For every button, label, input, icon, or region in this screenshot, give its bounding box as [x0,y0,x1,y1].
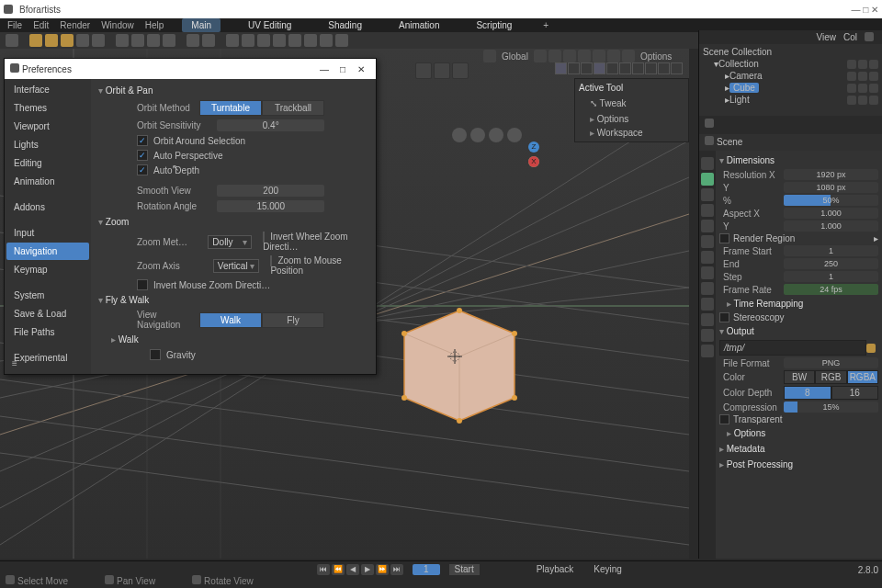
file-format-dropdown[interactable]: PNG [784,357,878,368]
ptab-material[interactable] [701,329,714,342]
depth-8-button[interactable]: 8 [784,386,831,400]
pan-icon[interactable] [470,128,485,142]
render-icon[interactable] [226,34,239,47]
ptab-scene[interactable] [701,204,714,217]
prefs-nav-filepaths[interactable]: File Paths [6,323,89,341]
prefs-nav-editing[interactable]: Editing [6,154,89,172]
mode-select-icon[interactable] [415,62,432,79]
outliner-camera[interactable]: Camera [729,71,763,81]
menu-window[interactable]: Window [101,20,134,30]
prefs-nav-saveload[interactable]: Save & Load [6,305,89,322]
color-rgba-button[interactable]: RGBA [847,370,878,384]
prefs-min-button[interactable]: — [315,64,334,74]
axis-x[interactable]: X [528,156,539,167]
shade6-icon[interactable] [619,62,631,74]
prefs-nav-input[interactable]: Input [6,224,89,242]
section-flywalk[interactable]: Fly & Walk [98,292,368,308]
shade8-icon[interactable] [645,62,657,74]
shade3-icon[interactable] [581,62,593,74]
aspecty-field[interactable]: 1.000 [784,220,878,232]
compression-slider[interactable]: 15% [784,401,878,413]
resy-field[interactable]: 1080 px [784,182,878,193]
keying-dropdown[interactable]: Keying [594,564,622,575]
scene-collection[interactable]: Scene Collection [703,47,772,57]
ptab-object[interactable] [701,235,714,248]
play-rev-button[interactable]: ◀ [346,564,359,575]
section-zoom[interactable]: Zoom [98,214,368,230]
shade10-icon[interactable] [671,62,683,74]
link-icon[interactable] [147,34,160,47]
zoom-icon[interactable] [452,128,467,142]
undo-icon[interactable] [187,34,199,47]
workspace-tab-main[interactable]: Main [182,18,220,32]
shade1-icon[interactable] [555,62,567,74]
folder-icon[interactable] [866,344,876,353]
menu-render[interactable]: Render [60,20,90,30]
ptab-data[interactable] [701,313,714,326]
workspace-add-button[interactable]: + [543,20,548,30]
prefs-nav-lights[interactable]: Lights [6,136,89,153]
propedit-icon[interactable] [548,50,561,62]
export-icon[interactable] [131,34,144,47]
ptab-world[interactable] [701,220,714,232]
shade4-icon[interactable] [594,62,605,74]
active-tool-workspace[interactable]: Workspace [579,126,684,140]
ptab-view[interactable] [701,188,714,201]
mode-snap-icon[interactable] [452,62,469,79]
redo-icon[interactable] [202,34,215,47]
menu-edit[interactable]: Edit [33,20,49,30]
disk-icon[interactable] [76,34,89,47]
search-bar[interactable] [699,116,882,134]
aspectx-field[interactable]: 1.000 [784,208,878,219]
mode-cursor-icon[interactable] [434,62,450,79]
overlay5-icon[interactable] [622,50,635,62]
jump-start-button[interactable]: ⏮ [317,564,330,575]
vis-icon[interactable] [847,60,856,69]
outliner-cube[interactable]: Cube [729,83,759,93]
ptab-constraint[interactable] [701,298,714,311]
prefs-nav-viewport[interactable]: Viewport [6,118,89,135]
outliner-col[interactable]: Col [843,32,857,42]
options-dropdown[interactable]: Options [637,51,675,62]
frame-step-field[interactable]: 1 [784,271,878,282]
sphere-icon[interactable] [320,34,333,47]
play-icon[interactable] [257,34,270,47]
scene-name[interactable]: Scene [717,137,742,147]
fly-button[interactable]: Fly [262,312,324,328]
workspace-tab-uv[interactable]: UV Editing [239,18,300,32]
overlay4-icon[interactable] [607,50,620,62]
output-path-field[interactable]: /tmp/ [719,340,866,356]
viewport-icon[interactable] [288,34,301,47]
prefs-nav-animation[interactable]: Animation [6,173,89,190]
depth-16-button[interactable]: 16 [831,386,879,400]
rotation-angle-field[interactable]: 15.000 [217,200,324,212]
open-file-icon[interactable] [45,34,58,47]
prefs-max-button[interactable]: □ [334,64,352,74]
ren-icon[interactable] [869,60,878,69]
frame-end-field[interactable]: 250 [784,258,878,269]
workspace-tab-anim[interactable]: Animation [390,18,448,32]
ptab-particle[interactable] [701,266,714,279]
transparent-check[interactable] [719,414,729,424]
shade7-icon[interactable] [632,62,644,74]
output-options-header[interactable]: Options [727,425,878,441]
color-rgb-button[interactable]: RGB [815,370,846,384]
prefs-menu-button[interactable]: ≡ [12,358,17,368]
axis-z[interactable]: Z [528,141,539,153]
shade2-icon[interactable] [568,62,580,74]
disk2-icon[interactable] [92,34,105,47]
section-walk[interactable]: Walk [111,332,368,347]
zoom-method-dropdown[interactable]: Dolly [208,235,252,249]
time-remapping-header[interactable]: Time Remapping [727,296,878,311]
auto-depth-check[interactable]: ✓ [137,164,148,175]
prefs-nav-system[interactable]: System [6,287,89,304]
collection[interactable]: Collection [718,59,759,69]
prefs-nav-interface[interactable]: Interface [6,81,89,98]
menu-file[interactable]: File [7,20,22,30]
snap-icon[interactable] [534,50,547,62]
next-key-button[interactable]: ⏩ [376,564,389,575]
dimensions-header[interactable]: Dimensions [719,153,878,168]
prefs-nav-addons[interactable]: Addons [6,198,89,216]
orbit-around-selection-check[interactable]: ✓ [137,135,148,146]
tool-icon[interactable] [6,34,18,47]
